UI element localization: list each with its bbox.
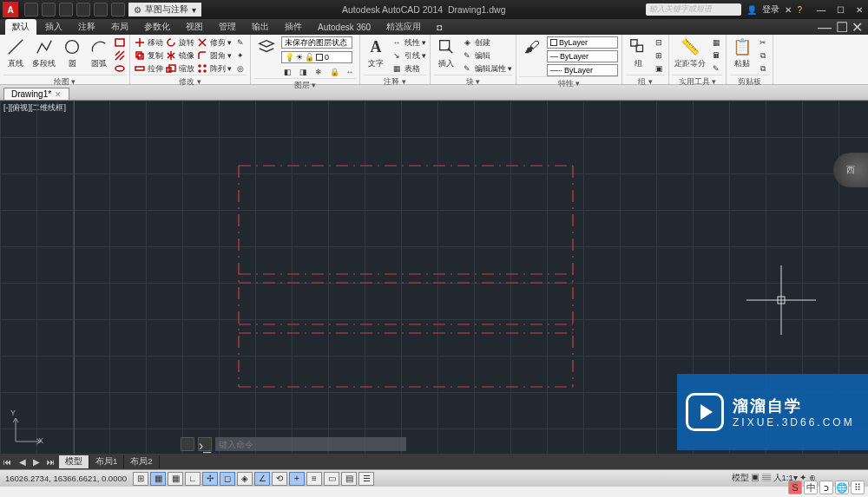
line-button[interactable]: 直线 (3, 36, 28, 69)
tab-view[interactable]: 视图 (179, 19, 210, 35)
panel-title[interactable]: 块 ▾ (434, 75, 512, 88)
command-input[interactable] (215, 437, 406, 451)
array-icon[interactable] (196, 62, 208, 75)
tpy-button[interactable]: ▭ (324, 472, 339, 486)
model-tab[interactable]: 模型 (59, 455, 89, 468)
tab-a360[interactable]: Autodesk 360 (311, 21, 378, 34)
stretch-icon[interactable] (134, 62, 146, 75)
lwt-button[interactable]: ≡ (306, 472, 322, 486)
cmd-history-icon[interactable] (181, 437, 194, 451)
tab-layout[interactable]: 布局 (104, 19, 135, 35)
layout-prev-icon[interactable]: ◀ (16, 456, 30, 468)
match-prop-button[interactable]: 🖌 (520, 36, 544, 57)
util2-icon[interactable]: 🖩 (710, 49, 722, 62)
erase-icon[interactable]: ✎ (234, 36, 247, 49)
help-icon[interactable]: ? (797, 5, 802, 15)
tab-manage[interactable]: 管理 (212, 19, 243, 35)
layer-state-dropdown[interactable]: 未保存的图层状态 (281, 36, 352, 49)
ducs-button[interactable]: ⟲ (272, 472, 287, 486)
qat-plot-icon[interactable] (111, 3, 125, 16)
copy-clip-icon[interactable]: ⧉ (757, 49, 769, 62)
user-icon[interactable]: 👤 (746, 5, 757, 15)
help-search-input[interactable]: 输入关键字或短语 (646, 3, 741, 16)
qat-redo-icon[interactable] (94, 3, 108, 16)
minimize-button[interactable]: — (812, 3, 830, 16)
panel-title[interactable]: 实用工具 ▾ (673, 75, 722, 88)
panel-title[interactable]: 组 ▾ (626, 75, 665, 88)
scale-icon[interactable] (165, 62, 177, 75)
leader-button[interactable]: ↘引线 ▾ (391, 49, 426, 62)
3dosnap-button[interactable]: ◈ (237, 472, 253, 486)
move-icon[interactable] (134, 36, 146, 49)
edit-block-button[interactable]: ✎编辑 (461, 49, 512, 62)
fillet-icon[interactable] (196, 49, 208, 62)
user-label[interactable]: 登录 (762, 3, 779, 16)
tab-default[interactable]: 默认 (5, 19, 36, 35)
cut-icon[interactable]: ✂ (757, 36, 769, 49)
linetype-dropdown[interactable]: —··ByLayer (547, 64, 618, 76)
qat-new-icon[interactable] (24, 3, 38, 16)
doc-close-button[interactable]: ✕ (852, 20, 863, 35)
ime-bar[interactable]: S 中 ᴐ 🌐 ⠿ (788, 480, 865, 495)
copy-base-icon[interactable]: ⧉ (757, 62, 769, 75)
linear-dim-button[interactable]: ↔线性 ▾ (391, 36, 426, 49)
trim-icon[interactable] (196, 36, 208, 49)
cmd-prompt-icon[interactable]: ›_ (198, 437, 212, 451)
exchange-icon[interactable]: ✕ (785, 5, 792, 15)
editattr-button[interactable]: ✎编辑属性 ▾ (461, 62, 512, 75)
qp-button[interactable]: ▤ (341, 472, 357, 486)
ungroup-icon[interactable]: ⊟ (653, 36, 665, 49)
layer-dropdown[interactable]: 💡☀🔓0 (281, 51, 352, 63)
close-button[interactable]: ✕ (851, 3, 868, 16)
panel-title[interactable]: 剪贴板 (730, 75, 769, 88)
layer-off-icon[interactable]: ◨ (297, 66, 309, 78)
app-logo[interactable]: A (3, 2, 18, 17)
layout1-tab[interactable]: 布局1 (89, 455, 124, 468)
layer-lock-icon[interactable]: 🔒 (328, 66, 340, 78)
doc-maximize-button[interactable]: ☐ (836, 20, 848, 35)
tab-output[interactable]: 输出 (245, 19, 276, 35)
otrack-button[interactable]: ∠ (254, 472, 270, 486)
layout-first-icon[interactable]: ⏮ (0, 456, 16, 468)
paste-button[interactable]: 📋粘贴 (730, 36, 754, 69)
osnap-button[interactable]: ◻ (220, 472, 235, 486)
text-button[interactable]: A文字 (364, 36, 388, 69)
offset-icon[interactable]: ◎ (234, 62, 247, 75)
panel-title[interactable]: 图层 ▾ (254, 78, 356, 92)
explode-icon[interactable]: ✦ (234, 49, 247, 62)
color-dropdown[interactable]: ByLayer (547, 36, 618, 49)
viewcube[interactable]: 西 (833, 153, 868, 187)
group-button[interactable]: 组 (626, 36, 650, 69)
util1-icon[interactable]: ▦ (710, 36, 722, 49)
panel-title[interactable]: 注释 ▾ (364, 75, 426, 88)
dyn-button[interactable]: + (289, 472, 305, 486)
doc-tab[interactable]: Drawing1* ✕ (3, 88, 69, 100)
polar-button[interactable]: ✢ (202, 472, 218, 486)
qat-save-icon[interactable] (59, 3, 73, 16)
infer-button[interactable]: ⊞ (133, 472, 148, 486)
copy-icon[interactable] (134, 49, 146, 62)
arc-button[interactable]: 圆弧 (87, 36, 111, 69)
group-edit-icon[interactable]: ⊞ (653, 49, 665, 62)
tab-panel-toggle[interactable]: ◘ (430, 21, 449, 34)
layer-iso-icon[interactable]: ◧ (281, 66, 293, 78)
util3-icon[interactable]: ✎ (710, 62, 722, 75)
tab-annotate[interactable]: 注释 (71, 19, 102, 35)
layer-props-button[interactable] (254, 36, 279, 57)
circle-button[interactable]: 圆 (60, 36, 84, 69)
grid-button[interactable]: ▦ (168, 472, 183, 486)
sc-button[interactable]: ☰ (358, 472, 374, 486)
panel-title[interactable]: 特性 ▾ (520, 76, 618, 90)
group-bbox-icon[interactable]: ▣ (653, 62, 665, 75)
layer-match-icon[interactable]: ↔ (344, 66, 356, 78)
maximize-button[interactable]: ☐ (832, 3, 849, 16)
qat-undo-icon[interactable] (76, 3, 90, 16)
snap-button[interactable]: ▦ (150, 472, 166, 486)
layout-last-icon[interactable]: ⏭ (43, 456, 59, 468)
lineweight-dropdown[interactable]: —ByLayer (547, 50, 618, 62)
panel-title[interactable]: 绘图 ▾ (3, 75, 126, 88)
tab-plugins[interactable]: 插件 (278, 19, 309, 35)
doc-minimize-button[interactable]: — (818, 20, 832, 35)
tab-parametric[interactable]: 参数化 (137, 19, 177, 35)
tab-insert[interactable]: 插入 (38, 19, 69, 35)
